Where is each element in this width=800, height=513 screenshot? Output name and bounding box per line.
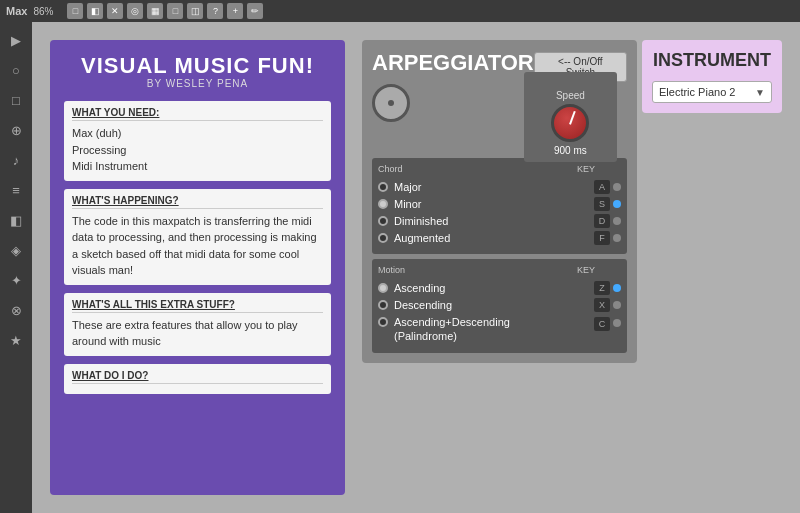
- extra-stuff-box: WHAT'S ALL THIS EXTRA STUFF? These are e…: [64, 293, 331, 356]
- chord-label-major: Major: [394, 181, 590, 193]
- motion-key-descending: X: [594, 298, 610, 312]
- sidebar-icon-star-small[interactable]: ✦: [6, 270, 26, 290]
- toolbar-icon-1[interactable]: □: [67, 3, 83, 19]
- motion-dot-ascending: [613, 284, 621, 292]
- chord-dot-minor: [613, 200, 621, 208]
- motion-dot-descending: [613, 301, 621, 309]
- main-content: VISUAL MUSIC FUN! BY WESLEY PENA WHAT YO…: [32, 22, 800, 513]
- need-item-3: Midi Instrument: [72, 158, 323, 175]
- key-header-motion: KEY: [577, 265, 595, 278]
- key-header-chord: KEY: [577, 164, 595, 177]
- motion-label: Motion: [378, 265, 405, 275]
- chord-key-augmented: F: [594, 231, 610, 245]
- app-logo: Max: [6, 5, 27, 17]
- whats-happening-box: WHAT'S HAPPENING? The code in this maxpa…: [64, 189, 331, 285]
- select-arrow-icon: ▼: [755, 87, 765, 98]
- chord-row-diminished[interactable]: Diminished D: [378, 214, 621, 228]
- what-you-need-box: WHAT YOU NEED: Max (duh) Processing Midi…: [64, 101, 331, 181]
- toolbar-icon-4[interactable]: ◎: [127, 3, 143, 19]
- what-do-i-do-box: WHAT DO I DO?: [64, 364, 331, 394]
- motion-radio-descending[interactable]: [378, 300, 388, 310]
- chord-radio-augmented[interactable]: [378, 233, 388, 243]
- left-sidebar: ▶ ○ □ ⊕ ♪ ≡ ◧ ◈ ✦ ⊗ ★: [0, 22, 32, 513]
- chord-row-augmented[interactable]: Augmented F: [378, 231, 621, 245]
- motion-radio-ascending[interactable]: [378, 283, 388, 293]
- extra-stuff-content: These are extra features that allow you …: [72, 317, 323, 350]
- instrument-selected-value: Electric Piano 2: [659, 86, 735, 98]
- sidebar-icon-star[interactable]: ★: [6, 330, 26, 350]
- what-you-need-content: Max (duh) Processing Midi Instrument: [72, 125, 323, 175]
- instrument-title: INSTRUMENT: [652, 50, 772, 71]
- left-info-panel: VISUAL MUSIC FUN! BY WESLEY PENA WHAT YO…: [50, 40, 345, 495]
- chord-label-minor: Minor: [394, 198, 590, 210]
- chord-key-major: A: [594, 180, 610, 194]
- sidebar-icon-menu[interactable]: ≡: [6, 180, 26, 200]
- toolbar-icon-3[interactable]: ✕: [107, 3, 123, 19]
- sidebar-icon-panel[interactable]: ◧: [6, 210, 26, 230]
- speed-control: Speed 900 ms: [524, 72, 617, 162]
- need-item-1: Max (duh): [72, 125, 323, 142]
- motion-row-descending[interactable]: Descending X: [378, 298, 621, 312]
- sidebar-icon-diamond[interactable]: ◈: [6, 240, 26, 260]
- panel-main-title: VISUAL MUSIC FUN!: [64, 54, 331, 78]
- chord-dot-diminished: [613, 217, 621, 225]
- chord-label-diminished: Diminished: [394, 215, 590, 227]
- sidebar-icon-circle[interactable]: ○: [6, 60, 26, 80]
- chord-key-diminished: D: [594, 214, 610, 228]
- chord-dot-augmented: [613, 234, 621, 242]
- instrument-select[interactable]: Electric Piano 2 ▼: [652, 81, 772, 103]
- motion-dot-palindrome: [613, 319, 621, 327]
- speed-dial[interactable]: [551, 104, 589, 142]
- sidebar-icon-x-circle[interactable]: ⊗: [6, 300, 26, 320]
- chord-label-augmented: Augmented: [394, 232, 590, 244]
- arp-toggle-circle[interactable]: [372, 84, 410, 122]
- what-do-i-do-title: WHAT DO I DO?: [72, 370, 323, 384]
- whats-happening-content: The code in this maxpatch is transferrin…: [72, 213, 323, 279]
- motion-row-palindrome[interactable]: Ascending+Descending(Palindrome) C: [378, 315, 621, 344]
- chord-radio-diminished[interactable]: [378, 216, 388, 226]
- toolbar-icon-7[interactable]: ◫: [187, 3, 203, 19]
- chord-dot-major: [613, 183, 621, 191]
- chord-key-minor: S: [594, 197, 610, 211]
- motion-radio-palindrome[interactable]: [378, 317, 388, 327]
- motion-label-ascending: Ascending: [394, 282, 590, 294]
- motion-key-palindrome: C: [594, 317, 610, 331]
- chord-section: Chord KEY Major A Minor S Diminished D: [372, 158, 627, 254]
- instrument-panel: INSTRUMENT Electric Piano 2 ▼: [642, 40, 782, 113]
- toolbar-icon-6[interactable]: □: [167, 3, 183, 19]
- toolbar-icon-5[interactable]: ▦: [147, 3, 163, 19]
- sidebar-icon-plus[interactable]: ⊕: [6, 120, 26, 140]
- panel-subtitle: BY WESLEY PENA: [64, 78, 331, 89]
- speed-value: 900 ms: [534, 145, 607, 156]
- need-item-2: Processing: [72, 142, 323, 159]
- whats-happening-title: WHAT'S HAPPENING?: [72, 195, 323, 209]
- motion-section: Motion KEY Ascending Z Descending X Asce…: [372, 259, 627, 353]
- speed-label: Speed: [534, 78, 607, 101]
- chord-label: Chord: [378, 164, 403, 174]
- sidebar-icon-music[interactable]: ♪: [6, 150, 26, 170]
- chord-row-minor[interactable]: Minor S: [378, 197, 621, 211]
- sidebar-icon-square[interactable]: □: [6, 90, 26, 110]
- toolbar-icon-2[interactable]: ◧: [87, 3, 103, 19]
- toolbar-icon-edit[interactable]: ✏: [247, 3, 263, 19]
- chord-row-major[interactable]: Major A: [378, 180, 621, 194]
- motion-row-ascending[interactable]: Ascending Z: [378, 281, 621, 295]
- motion-key-ascending: Z: [594, 281, 610, 295]
- what-you-need-title: WHAT YOU NEED:: [72, 107, 323, 121]
- arp-title: ARPEGGIATOR: [372, 50, 534, 76]
- toolbar-icon-9[interactable]: +: [227, 3, 243, 19]
- toolbar: Max 86% □ ◧ ✕ ◎ ▦ □ ◫ ? + ✏: [0, 0, 800, 22]
- motion-label-descending: Descending: [394, 299, 590, 311]
- motion-label-palindrome: Ascending+Descending(Palindrome): [394, 315, 590, 344]
- toolbar-icon-8[interactable]: ?: [207, 3, 223, 19]
- toolbar-icons: □ ◧ ✕ ◎ ▦ □ ◫ ? + ✏: [67, 3, 263, 19]
- extra-stuff-title: WHAT'S ALL THIS EXTRA STUFF?: [72, 299, 323, 313]
- chord-radio-major[interactable]: [378, 182, 388, 192]
- sidebar-icon-arrow[interactable]: ▶: [6, 30, 26, 50]
- chord-radio-minor[interactable]: [378, 199, 388, 209]
- zoom-level: 86%: [33, 6, 53, 17]
- arpeggiator-panel: ARPEGGIATOR <-- On/Off Switch Speed 900 …: [362, 40, 637, 363]
